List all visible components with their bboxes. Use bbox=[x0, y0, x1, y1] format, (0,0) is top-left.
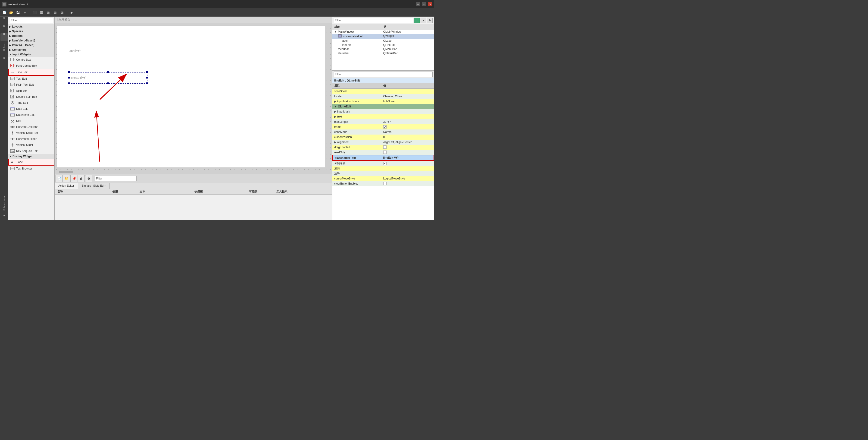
category-spacers[interactable]: ▶ Spacers bbox=[8, 29, 54, 34]
widget-font-combo-box[interactable]: A▼ Font Combo Box bbox=[8, 63, 54, 69]
widget-date-edit[interactable]: Date Edit bbox=[8, 106, 54, 112]
frame-checkbox[interactable]: ✔ bbox=[383, 125, 386, 128]
prop-inputmask[interactable]: ▶inputMask bbox=[332, 109, 434, 114]
widget-filter-input[interactable] bbox=[10, 18, 53, 23]
sidebar-item-edit[interactable]: 编辑 bbox=[0, 26, 8, 33]
prop-text[interactable]: ▶text bbox=[332, 114, 434, 119]
open-file-button[interactable]: 📂 bbox=[8, 9, 14, 16]
scrollbar-thumb-h[interactable] bbox=[59, 171, 73, 173]
action-filter-input[interactable] bbox=[95, 176, 136, 181]
widget-label[interactable]: A Label bbox=[8, 158, 54, 166]
sidebar-item-welcome[interactable]: 欢迎 bbox=[0, 18, 8, 25]
translatable-checkbox[interactable]: ✔ bbox=[383, 162, 386, 165]
sidebar-item-debug[interactable]: Debug bbox=[0, 41, 8, 49]
prop-frame[interactable]: frame ✔ bbox=[332, 124, 434, 129]
prop-dragenabled[interactable]: dragEnabled bbox=[332, 145, 434, 150]
layout-break-button[interactable]: ⊠ bbox=[59, 9, 65, 16]
widget-vscrollbar[interactable]: Vertical Scroll Bar bbox=[8, 130, 54, 136]
canvas-scrollbar-h[interactable] bbox=[55, 170, 332, 174]
widget-spin-box[interactable]: 1▲▼ Spin Box bbox=[8, 88, 54, 94]
sidebar-item-help[interactable]: 帮助 bbox=[0, 57, 8, 64]
action-new-button[interactable]: 📄 bbox=[56, 175, 62, 182]
sidebar-collapse-btn[interactable]: ◀ bbox=[0, 212, 8, 219]
prop-readonly[interactable]: readOnly bbox=[332, 150, 434, 155]
obj-row-centralwidget[interactable]: ▼ centralwidget QWidget bbox=[332, 34, 434, 39]
obj-row-menubar[interactable]: menubar QMenuBar bbox=[332, 47, 434, 51]
obj-row-label[interactable]: label QLabel bbox=[332, 39, 434, 43]
prop-inputmethodhints[interactable]: ▶inputMethodHints ImhNone bbox=[332, 99, 434, 104]
action-open-button[interactable]: 📂 bbox=[63, 175, 70, 182]
widget-keyseq-edit[interactable]: Key Key Seq...ce Edit bbox=[8, 148, 54, 154]
handle-br[interactable] bbox=[146, 83, 148, 84]
save-file-button[interactable]: 💾 bbox=[15, 9, 21, 16]
props-filter-input[interactable] bbox=[334, 71, 433, 77]
handle-tm[interactable] bbox=[107, 71, 109, 73]
dragenabled-checkbox[interactable] bbox=[383, 145, 386, 149]
new-file-button[interactable]: 📄 bbox=[1, 9, 7, 16]
undo-button[interactable]: ↩ bbox=[22, 9, 28, 16]
prop-clearbuttonenabled[interactable]: clearButtonEnabled bbox=[332, 181, 434, 186]
prop-translatable[interactable]: 可翻译的 ✔ bbox=[332, 161, 434, 166]
layout-v-button[interactable]: ☰ bbox=[38, 9, 45, 16]
prop-cursorposition[interactable]: cursorPosition 0 bbox=[332, 135, 434, 140]
filter-edit-button[interactable]: ✎ bbox=[427, 18, 433, 23]
tab-signals-slots[interactable]: Signals _Slots Ed··· bbox=[78, 183, 110, 189]
action-delete-button[interactable]: 🗑 bbox=[78, 175, 85, 182]
handle-mr[interactable] bbox=[146, 77, 148, 79]
filter-remove-button[interactable]: − bbox=[421, 18, 426, 23]
handle-tl[interactable] bbox=[68, 71, 70, 73]
widget-double-spin-box[interactable]: 1.0 Double Spin Box bbox=[8, 94, 54, 100]
category-containers[interactable]: ▶ Containers bbox=[8, 48, 54, 52]
handle-tr[interactable] bbox=[146, 71, 148, 73]
maximize-button[interactable]: □ bbox=[422, 2, 426, 6]
sidebar-item-debug2[interactable]: Debug bbox=[0, 204, 8, 211]
sidebar-item-project[interactable]: 项目 bbox=[0, 49, 8, 57]
form-canvas[interactable]: label控件 lineEdit控件 bbox=[57, 26, 325, 168]
action-pin-button[interactable]: 📌 bbox=[70, 175, 77, 182]
obj-row-lineedit[interactable]: lineEdit QLineEdit bbox=[332, 43, 434, 47]
sidebar-item-design[interactable]: 设计 bbox=[0, 33, 8, 41]
label-control[interactable]: label控件 bbox=[69, 49, 81, 53]
obj-row-mainwindow[interactable]: ▼ MainWindow QMainWindow bbox=[332, 30, 434, 34]
category-item-widgets[interactable]: ▶ Item Wi...-Based) bbox=[8, 43, 54, 48]
widget-line-edit[interactable]: abc Line Edit bbox=[8, 69, 54, 76]
filter-add-button[interactable]: + bbox=[414, 18, 420, 23]
widget-hslider[interactable]: Horizontal Slider bbox=[8, 136, 54, 142]
widget-text-browser[interactable]: Text Browser bbox=[8, 166, 54, 172]
prop-comment[interactable]: 注释 bbox=[332, 171, 434, 176]
canvas-workspace[interactable]: label控件 lineEdit控件 bbox=[55, 23, 332, 170]
clearbuttonenabled-checkbox[interactable] bbox=[383, 182, 386, 185]
lineedit-widget[interactable]: lineEdit控件 bbox=[69, 72, 148, 84]
category-buttons[interactable]: ▶ Buttons bbox=[8, 34, 54, 38]
widget-vslider[interactable]: Vertical Slider bbox=[8, 142, 54, 148]
action-settings-button[interactable]: ⚙ bbox=[85, 175, 92, 182]
prop-echomode[interactable]: echoMode Normal bbox=[332, 129, 434, 135]
widget-datetime-edit[interactable]: Date/Time Edit bbox=[8, 112, 54, 118]
layout-h-button[interactable]: ⬛ bbox=[31, 9, 38, 16]
right-filter-input[interactable] bbox=[334, 18, 413, 23]
widget-time-edit[interactable]: Time Edit bbox=[8, 100, 54, 106]
widget-combo-box[interactable]: ▼ Combo Box bbox=[8, 57, 54, 63]
layout-form-button[interactable]: ⊟ bbox=[52, 9, 59, 16]
prop-cursormovestyle[interactable]: cursorMoveStyle LogicalMoveStyle bbox=[332, 176, 434, 181]
readonly-checkbox[interactable] bbox=[383, 150, 386, 154]
preview-button[interactable]: ▶ bbox=[68, 9, 75, 16]
handle-bl[interactable] bbox=[68, 83, 70, 84]
prop-maxlength[interactable]: maxLength 32767 bbox=[332, 119, 434, 124]
handle-bm[interactable] bbox=[107, 83, 109, 84]
handle-ml[interactable] bbox=[68, 77, 70, 79]
prop-alignment[interactable]: ▶alignment AlignLeft, AlignVCenter bbox=[332, 140, 434, 145]
prop-placeholdertext[interactable]: placeholderText lineEdit控件 bbox=[332, 155, 434, 161]
category-display-widgets[interactable]: ▼ Display Widget bbox=[8, 154, 54, 158]
widget-dial[interactable]: Dial bbox=[8, 118, 54, 124]
widget-hscrollbar[interactable]: Horizont...roll Bar bbox=[8, 124, 54, 130]
minimize-button[interactable]: — bbox=[416, 2, 420, 6]
widget-plain-text-edit[interactable]: Plain Text Edit bbox=[8, 82, 54, 88]
tab-action-editor[interactable]: Action Editor bbox=[55, 183, 78, 189]
close-button[interactable]: ✕ bbox=[428, 2, 432, 6]
sidebar-item-stdemo[interactable]: st_demo bbox=[0, 196, 8, 203]
category-input-widgets[interactable]: ▼ Input Widgets bbox=[8, 52, 54, 57]
widget-text-edit[interactable]: Text Edit bbox=[8, 76, 54, 82]
prop-clarification[interactable]: 澄清 bbox=[332, 166, 434, 171]
obj-row-statusbar[interactable]: statusbar QStatusBar bbox=[332, 51, 434, 55]
